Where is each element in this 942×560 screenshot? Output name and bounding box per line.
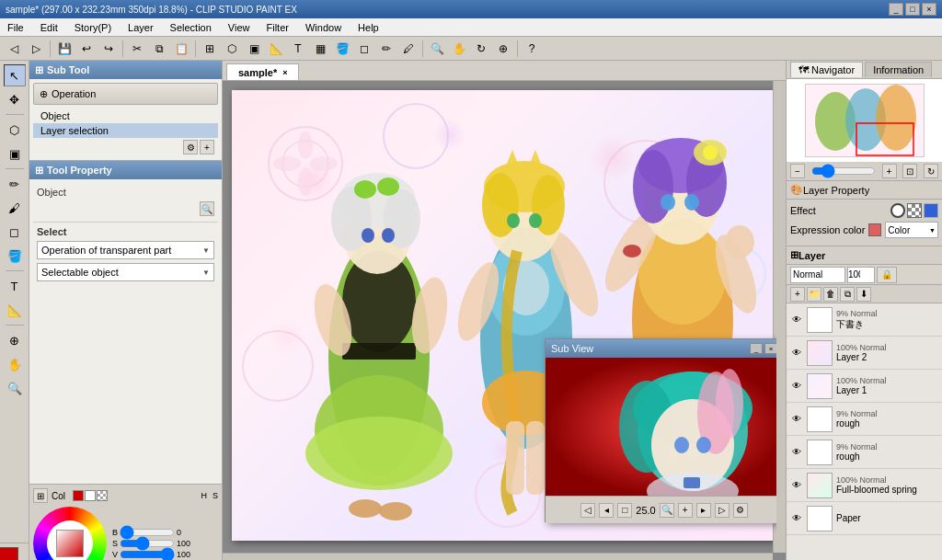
tb-transform[interactable]: ⊞ bbox=[200, 39, 220, 59]
tb-cut[interactable]: ✂ bbox=[127, 39, 147, 59]
tb-undo[interactable]: ↩ bbox=[76, 39, 97, 59]
tool-ruler[interactable]: 📐 bbox=[4, 299, 26, 321]
fg-bg-color-selector[interactable] bbox=[0, 547, 31, 560]
layer-item[interactable]: 👁 100% Normal Layer 2 bbox=[787, 337, 942, 370]
sub-view-settings[interactable]: ⚙ bbox=[733, 503, 748, 518]
value-slider[interactable] bbox=[120, 550, 175, 559]
layer-item[interactable]: 👁 Paper bbox=[787, 502, 942, 535]
tb-help[interactable]: ? bbox=[522, 39, 542, 59]
tool-pen[interactable]: ✏ bbox=[4, 173, 26, 195]
layer-new[interactable]: + bbox=[790, 287, 805, 302]
tool-hand[interactable]: ✋ bbox=[4, 353, 26, 375]
close-button[interactable]: × bbox=[922, 3, 936, 16]
tb-redo[interactable]: ↪ bbox=[98, 39, 119, 59]
tool-lasso[interactable]: ⬡ bbox=[4, 119, 26, 141]
menu-file[interactable]: File bbox=[4, 20, 28, 35]
layer-visibility-toggle[interactable]: 👁 bbox=[790, 380, 803, 393]
nav-zoom-in[interactable]: + bbox=[882, 164, 897, 178]
foreground-color[interactable] bbox=[0, 547, 18, 560]
sub-tool-add[interactable]: + bbox=[200, 140, 214, 154]
sub-view-nav-next[interactable]: ▸ bbox=[696, 503, 711, 518]
tool-select[interactable]: ↖ bbox=[4, 64, 26, 86]
menu-layer[interactable]: Layer bbox=[124, 20, 157, 35]
tb-eraser[interactable]: ◻ bbox=[354, 39, 374, 59]
color-options[interactable]: ⊞ bbox=[33, 488, 48, 503]
sub-view-zoom-in[interactable]: + bbox=[678, 503, 693, 518]
tool-fill[interactable]: 🪣 bbox=[4, 245, 26, 267]
canvas-wrapper[interactable]: Sub View _ × bbox=[223, 81, 786, 560]
sub-view-fit[interactable]: □ bbox=[617, 503, 632, 518]
color-transparent[interactable] bbox=[97, 490, 108, 501]
tool-eyedropper[interactable]: ⊕ bbox=[4, 329, 26, 351]
layer-visibility-toggle[interactable]: 👁 bbox=[790, 479, 803, 492]
operation-button[interactable]: ⊕ Operation bbox=[33, 83, 218, 105]
expression-color-select[interactable]: Color bbox=[885, 222, 938, 238]
tool-zoom[interactable]: 🔍 bbox=[4, 377, 26, 399]
tb-select[interactable]: ▣ bbox=[244, 39, 264, 59]
tb-hand[interactable]: ✋ bbox=[449, 39, 469, 59]
effect-normal-btn[interactable] bbox=[890, 203, 905, 218]
sub-tool-settings[interactable]: ⚙ bbox=[183, 140, 198, 154]
tool-marquee[interactable]: ▣ bbox=[4, 143, 26, 165]
tb-zoom[interactable]: 🔍 bbox=[427, 39, 447, 59]
tab-information[interactable]: Information bbox=[865, 62, 932, 77]
layer-item[interactable]: 👁 9% Normal rough bbox=[787, 403, 942, 436]
tool-prop-search[interactable]: 🔍 bbox=[200, 201, 214, 216]
sub-tool-object[interactable]: Object bbox=[33, 109, 218, 123]
sub-view-nav-last[interactable]: ▷ bbox=[715, 503, 729, 518]
layer-lock-btn[interactable]: 🔒 bbox=[877, 267, 897, 283]
tab-navigator[interactable]: 🗺 Navigator bbox=[790, 62, 863, 77]
tool-move[interactable]: ✥ bbox=[4, 88, 26, 110]
tb-pen[interactable]: 🖊 bbox=[398, 39, 419, 59]
tool-text[interactable]: T bbox=[4, 275, 26, 297]
sub-view-zoom-btn[interactable]: 🔍 bbox=[660, 503, 674, 518]
color-swatch1[interactable] bbox=[73, 490, 84, 501]
tab-close[interactable]: × bbox=[282, 68, 287, 77]
color-wheel[interactable] bbox=[33, 507, 107, 560]
menu-help[interactable]: Help bbox=[354, 20, 383, 35]
layer-visibility-toggle[interactable]: 👁 bbox=[790, 446, 803, 459]
tb-copy[interactable]: ⧉ bbox=[149, 39, 169, 59]
layer-item[interactable]: 👁 100% Normal Layer 1 bbox=[787, 370, 942, 403]
tb-rotate[interactable]: ↻ bbox=[471, 39, 491, 59]
tb-fill[interactable]: 🪣 bbox=[332, 39, 352, 59]
tb-new[interactable]: ◁ bbox=[4, 39, 24, 59]
nav-zoom-slider[interactable] bbox=[811, 166, 876, 176]
layer-visibility-toggle[interactable]: 👁 bbox=[790, 512, 803, 525]
menu-window[interactable]: Window bbox=[302, 20, 345, 35]
sub-tool-layer-selection[interactable]: Layer selection bbox=[33, 123, 218, 138]
sub-view-zoom-out[interactable]: ◁ bbox=[580, 503, 595, 518]
menu-filter[interactable]: Filter bbox=[263, 20, 293, 35]
operation-dropdown[interactable]: Operation of transparent part bbox=[37, 241, 214, 259]
canvas-tab-sample[interactable]: sample* × bbox=[226, 63, 299, 80]
effect-pattern-btn[interactable] bbox=[907, 203, 922, 218]
tb-paste[interactable]: 📋 bbox=[171, 39, 191, 59]
tb-open[interactable]: ▷ bbox=[26, 39, 46, 59]
sub-view-controls[interactable]: _ × bbox=[750, 343, 776, 354]
tb-pencil[interactable]: ✏ bbox=[376, 39, 396, 59]
effect-color-btn[interactable] bbox=[924, 203, 938, 218]
tb-save[interactable]: 💾 bbox=[54, 39, 75, 59]
layer-item[interactable]: 👁 100% Normal Full-bloomed spring bbox=[787, 469, 942, 502]
sub-view-close[interactable]: × bbox=[764, 343, 776, 354]
tool-brush[interactable]: 🖌 bbox=[4, 197, 26, 219]
menu-view[interactable]: View bbox=[224, 20, 254, 35]
layer-visibility-toggle[interactable]: 👁 bbox=[790, 413, 803, 426]
window-controls[interactable]: _ □ × bbox=[889, 3, 936, 16]
tool-eraser[interactable]: ◻ bbox=[4, 221, 26, 243]
layer-folder[interactable]: 📁 bbox=[807, 287, 821, 302]
tb-eyedropper[interactable]: ⊕ bbox=[493, 39, 513, 59]
nav-zoom-out[interactable]: − bbox=[790, 164, 805, 178]
tb-lasso[interactable]: ⬡ bbox=[222, 39, 242, 59]
layer-duplicate[interactable]: ⧉ bbox=[840, 287, 855, 302]
layer-visibility-toggle[interactable]: 👁 bbox=[790, 347, 803, 360]
sub-view-minimize[interactable]: _ bbox=[750, 343, 763, 354]
maximize-button[interactable]: □ bbox=[905, 3, 920, 16]
tb-text[interactable]: T bbox=[288, 39, 308, 59]
nav-rotate[interactable]: ↻ bbox=[924, 164, 938, 178]
minimize-button[interactable]: _ bbox=[889, 3, 903, 16]
layer-item[interactable]: 👁 9% Normal rough bbox=[787, 436, 942, 469]
tb-ruler[interactable]: 📐 bbox=[266, 39, 286, 59]
selectable-dropdown[interactable]: Selectable object bbox=[37, 263, 214, 281]
menu-edit[interactable]: Edit bbox=[37, 20, 62, 35]
